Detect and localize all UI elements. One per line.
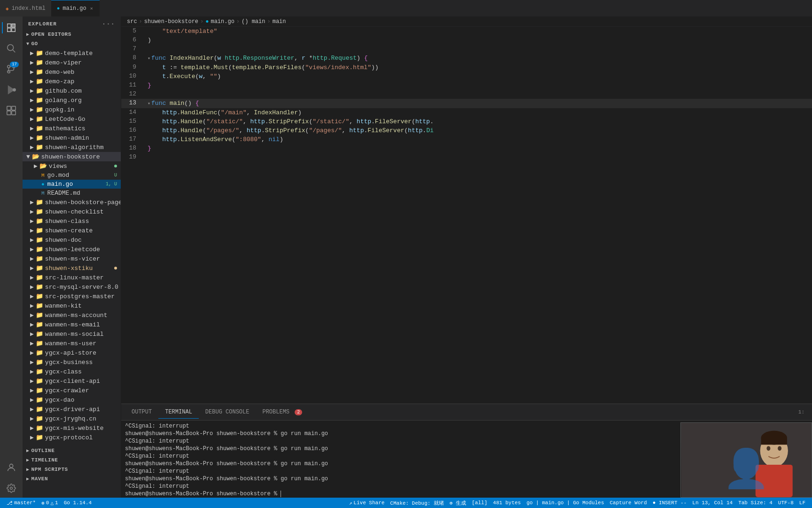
- tree-item-shuwen-xstiku[interactable]: ▶ 📁 shuwen-xstiku: [23, 263, 121, 273]
- chevron-icon: ▶: [26, 476, 30, 482]
- sidebar-menu-button[interactable]: ···: [102, 20, 115, 28]
- tab-main-go[interactable]: ● main.go ✕: [51, 0, 100, 16]
- tree-item-ygcx-business[interactable]: ▶ 📁 ygcx-business: [23, 357, 121, 367]
- status-generate[interactable]: ⊕ 生成: [447, 498, 469, 508]
- tree-item-ygcx-mis[interactable]: ▶ 📁 ygcx-mis-website: [23, 423, 121, 433]
- tree-item-label: ygcx-driver-api: [45, 406, 100, 413]
- tree-item-src-mysql[interactable]: ▶ 📁 src-mysql-server-8.0: [23, 282, 121, 292]
- tree-item-wanmen-ms-social[interactable]: ▶ 📁 wanmen-ms-social: [23, 329, 121, 339]
- tree-item-src-postgres[interactable]: ▶ 📁 src-postgres-master: [23, 292, 121, 301]
- fold-arrow[interactable]: ▾: [148, 56, 150, 61]
- breadcrumb-mainfile[interactable]: main.go: [211, 18, 234, 25]
- tree-item-label: shuwen-algorithm: [45, 144, 104, 151]
- tree-item-shuwen-algorithm[interactable]: ▶ 📁 shuwen-algorithm: [23, 143, 121, 152]
- line-number: 16: [121, 126, 144, 134]
- terminal-tab-output[interactable]: OUTPUT: [125, 406, 158, 419]
- status-tab-size[interactable]: Tab Size: 4: [735, 498, 775, 508]
- tree-item-ygcx-dao[interactable]: ▶ 📁 ygcx-dao: [23, 395, 121, 405]
- bytes-label: 481 bytes: [493, 500, 521, 506]
- status-eol[interactable]: LF: [796, 498, 808, 508]
- tree-item-src-linux[interactable]: ▶ 📁 src-linux-master: [23, 273, 121, 282]
- tree-item-ygcx-class[interactable]: ▶ 📁 ygcx-class: [23, 367, 121, 376]
- tree-item-github[interactable]: ▶ 📁 github.com: [23, 86, 121, 95]
- branch-label: master*: [14, 500, 36, 506]
- tree-item-wanmen-kit[interactable]: ▶ 📁 wanmen-kit: [23, 301, 121, 310]
- tree-item-main-go[interactable]: ● main.go 1, U: [23, 180, 121, 189]
- tab-index-html[interactable]: ◈ index.html: [0, 0, 51, 16]
- section-label: OUTLINE: [31, 448, 55, 453]
- tab-label: main.go: [62, 5, 86, 12]
- tree-item-bookstore-pages[interactable]: ▶ 📁 shuwen-bookstore-pages: [23, 198, 121, 207]
- tree-item-checklist[interactable]: ▶ 📁 shuwen-checklist: [23, 207, 121, 216]
- line-number: 18: [121, 144, 144, 151]
- activity-source-control[interactable]: 17: [2, 60, 21, 79]
- status-go-version[interactable]: Go 1.14.4: [61, 498, 94, 508]
- terminal-tab-debug[interactable]: DEBUG CONSOLE: [199, 406, 256, 419]
- activity-search[interactable]: [2, 39, 21, 58]
- tree-item-ygcx-crawler[interactable]: ▶ 📁 ygcx-crawler: [23, 386, 121, 395]
- tree-item-shuwen-ms-vicer[interactable]: ▶ 📁 shuwen-ms-vicer: [23, 254, 121, 263]
- status-bytes[interactable]: 481 bytes: [490, 498, 523, 508]
- activity-accounts[interactable]: [2, 458, 21, 477]
- section-maven[interactable]: ▶ MAVEN: [23, 474, 121, 484]
- tree-item-shuwen-create[interactable]: ▶ 📁 shuwen-create: [23, 226, 121, 235]
- section-open-editors[interactable]: ▶ OPEN EDITORS: [23, 30, 121, 39]
- tree-item-label: src-mysql-server-8.0: [45, 284, 118, 291]
- tree-item-ygcx-client[interactable]: ▶ 📁 ygcx-client-api: [23, 376, 121, 386]
- tree-item-wanmen-ms-email[interactable]: ▶ 📁 wanmen-ms-email: [23, 320, 121, 329]
- tree-item-shuwen-admin[interactable]: ▶ 📁 shuwen-admin: [23, 133, 121, 143]
- breadcrumb-main[interactable]: main: [273, 18, 286, 25]
- code-line-12: 12: [121, 90, 812, 99]
- svg-point-3: [8, 65, 10, 68]
- section-outline[interactable]: ▶ OUTLINE: [23, 446, 121, 455]
- tab-close-button[interactable]: ✕: [89, 5, 94, 12]
- tree-item-shuwen-leetcode[interactable]: ▶ 📁 shuwen-leetcode: [23, 245, 121, 254]
- tree-item-go-mod[interactable]: M go.mod U: [23, 171, 121, 180]
- tree-item-ygcx-jryghq[interactable]: ▶ 📁 ygcx-jryghq.cn: [23, 414, 121, 423]
- tree-item-golang[interactable]: ▶ 📁 golang.org: [23, 95, 121, 105]
- status-live-share[interactable]: ↗ Live Share: [346, 498, 388, 508]
- activity-explorer[interactable]: [2, 18, 21, 37]
- code-editor[interactable]: 5 "text/template" 6 ) 7: [121, 27, 812, 404]
- tree-item-demo-viper[interactable]: ▶ 📁 demo-viper: [23, 58, 121, 67]
- activity-extensions[interactable]: [2, 101, 21, 120]
- tree-item-demo-zap[interactable]: ▶ 📁 demo-zap: [23, 77, 121, 86]
- folder-icon: 📂: [39, 162, 47, 170]
- tree-item-demo-template[interactable]: ▶ 📁 demo-template: [23, 48, 121, 58]
- tree-item-ygcx-api[interactable]: ▶ 📁 ygcx-api-store: [23, 348, 121, 357]
- breadcrumb-bookstore[interactable]: shuwen-bookstore: [144, 18, 198, 25]
- fold-arrow[interactable]: ▾: [148, 101, 150, 106]
- tree-item-gopkg[interactable]: ▶ 📁 gopkg.in: [23, 105, 121, 114]
- terminal-tab-terminal[interactable]: TERMINAL: [158, 406, 199, 419]
- svg-rect-10: [7, 111, 11, 115]
- tree-item-readme[interactable]: M README.md: [23, 189, 121, 198]
- tree-item-mathematics[interactable]: ▶ 📁 mathematics: [23, 124, 121, 133]
- breadcrumb-src[interactable]: src: [127, 18, 137, 25]
- section-npm-scripts[interactable]: ▶ NPM SCRIPTS: [23, 465, 121, 474]
- status-all[interactable]: [all]: [469, 498, 490, 508]
- tree-item-wanmen-ms-user[interactable]: ▶ 📁 wanmen-ms-user: [23, 339, 121, 348]
- section-go[interactable]: ▼ GO: [23, 39, 121, 48]
- tree-item-wanmen-ms-account[interactable]: ▶ 📁 wanmen-ms-account: [23, 310, 121, 320]
- tree-item-demo-web[interactable]: ▶ 📁 demo-web: [23, 67, 121, 77]
- status-insert[interactable]: ● INSERT --: [650, 498, 690, 508]
- tree-item-shuwen-doc[interactable]: ▶ 📁 shuwen-doc: [23, 235, 121, 245]
- status-go-path[interactable]: go | main.go | Go Modules: [523, 498, 607, 508]
- tree-item-shuwen-bookstore[interactable]: ▼ 📂 shuwen-bookstore: [23, 152, 121, 161]
- terminal-tab-problems[interactable]: PROBLEMS 2: [256, 406, 309, 419]
- activity-debug[interactable]: [2, 80, 21, 99]
- tree-item-views[interactable]: ▶ 📂 views: [23, 161, 121, 171]
- status-branch[interactable]: ⎇ master*: [4, 498, 39, 508]
- breadcrumb-func[interactable]: () main: [242, 18, 265, 25]
- tree-item-leetcode-go[interactable]: ▶ 📁 LeetCode-Go: [23, 114, 121, 124]
- status-encoding[interactable]: UTF-8: [775, 498, 796, 508]
- status-ln-col[interactable]: Ln 13, Col 14: [689, 498, 735, 508]
- status-errors[interactable]: ⊗ 0 △ 1: [39, 498, 61, 508]
- status-cmake[interactable]: CMake: Debug: 就绪: [387, 498, 446, 508]
- section-timeline[interactable]: ▶ TIMELINE: [23, 455, 121, 465]
- status-capture-word[interactable]: Capture Word: [607, 498, 649, 508]
- tree-item-ygcx-driver[interactable]: ▶ 📁 ygcx-driver-api: [23, 405, 121, 414]
- tree-item-shuwen-class[interactable]: ▶ 📁 shuwen-class: [23, 216, 121, 226]
- activity-settings[interactable]: [2, 479, 21, 498]
- tree-item-ygcx-protocol[interactable]: ▶ 📁 ygcx-protocol: [23, 433, 121, 442]
